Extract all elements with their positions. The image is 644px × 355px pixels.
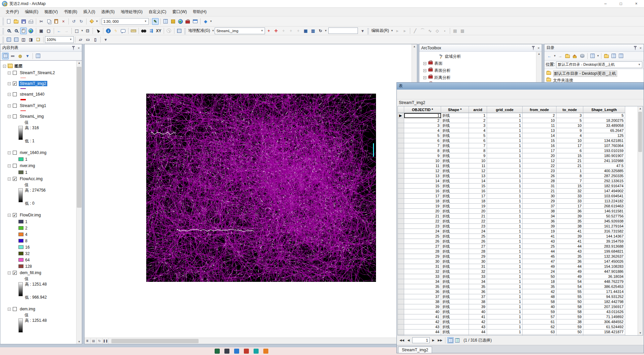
expander-icon[interactable]: − (8, 104, 11, 107)
grid-cell[interactable] (398, 234, 404, 239)
layer-checkbox[interactable] (13, 164, 17, 168)
cut-icon[interactable]: ✂ (38, 18, 45, 25)
grid-cell[interactable]: 47 (523, 259, 556, 264)
grid-cell[interactable]: 1 (487, 294, 523, 299)
grid-cell[interactable] (398, 158, 404, 163)
grid-cell[interactable]: 13 (523, 128, 556, 133)
grid-cell[interactable]: 1 (487, 118, 523, 123)
grid-cell[interactable]: 42 (404, 319, 441, 324)
find-icon[interactable] (141, 28, 147, 34)
grid-cell[interactable]: 103.694541 (583, 194, 625, 199)
grid-cell[interactable]: 1 (487, 314, 523, 319)
ia-grid2-icon[interactable] (13, 36, 19, 43)
grid-cell[interactable]: 17 (469, 194, 487, 199)
toolbox-item[interactable]: +表面分析 (421, 67, 542, 74)
taskbar-icon[interactable] (254, 349, 259, 354)
grid-cell[interactable]: 180.901907 (583, 153, 625, 158)
ia-layer-icon[interactable]: ❏ (35, 36, 42, 43)
layer-checkbox[interactable] (13, 71, 17, 75)
taskbar-icon[interactable] (244, 349, 249, 354)
copy-icon[interactable] (45, 18, 52, 25)
grid-cell[interactable]: 折线 (441, 168, 469, 173)
command-window-icon[interactable] (192, 18, 199, 25)
viewer-window-icon[interactable] (176, 28, 183, 34)
grid-cell[interactable]: 43 (556, 249, 583, 254)
layer-name[interactable]: FlowDir.img (19, 212, 42, 218)
grid-cell[interactable]: 18 (404, 199, 441, 204)
identify-icon[interactable] (105, 28, 112, 34)
auto-register-icon[interactable]: ✛ (273, 28, 279, 34)
vertex-icon[interactable]: ◇ (434, 28, 441, 34)
grid-cell[interactable]: 59 (523, 309, 556, 314)
grid-cell[interactable]: 1 (487, 204, 523, 209)
grid-cell[interactable]: 125 (583, 133, 625, 138)
grid-cell[interactable]: 1 (487, 163, 523, 168)
grid-cell[interactable]: 147.494902 (583, 189, 625, 194)
grid-cell[interactable]: 345.926938 (583, 219, 625, 224)
grid-cell[interactable]: 448.762279 (583, 279, 625, 284)
grid-cell[interactable]: 折线 (441, 163, 469, 168)
expander-icon[interactable]: − (8, 82, 11, 85)
column-header[interactable]: Shape_Length (583, 106, 625, 113)
grid-cell[interactable] (398, 279, 404, 284)
toc-scrollbar-thumb[interactable] (77, 67, 82, 208)
grid-cell[interactable]: 17 (523, 148, 556, 153)
grid-cell[interactable]: 4 (469, 128, 487, 133)
toolbox-item[interactable]: 盆域分析 (421, 53, 542, 60)
grid-cell[interactable]: 44 (556, 264, 583, 269)
grid-cell[interactable]: 23 (469, 224, 487, 229)
sketch-line-icon[interactable]: ╱ (412, 28, 419, 34)
grid-cell[interactable]: 58 (523, 299, 556, 304)
previous-record-button[interactable]: ◀ (406, 337, 412, 343)
grid-cell[interactable]: 33 (404, 274, 441, 279)
grid-cell[interactable]: 25 (469, 234, 487, 239)
grid-cell[interactable]: 50 (523, 274, 556, 279)
grid-cell[interactable]: 13 (469, 173, 487, 179)
new-icon[interactable] (5, 18, 12, 25)
close-icon[interactable]: × (78, 46, 80, 50)
grid-cell[interactable] (398, 269, 404, 274)
grid-cell[interactable]: 7 (404, 143, 441, 148)
grid-cell[interactable] (398, 133, 404, 138)
menu-3[interactable]: 视图(V) (41, 8, 61, 16)
grid-cell[interactable]: 44 (404, 329, 441, 335)
grid-cell[interactable]: 386.625453 (583, 284, 625, 289)
grid-cell[interactable]: 折线 (441, 259, 469, 264)
grid-cell[interactable] (398, 249, 404, 254)
grid-cell[interactable]: 16 (469, 189, 487, 194)
refresh-view-button[interactable]: ↻ (97, 338, 103, 344)
grid-cell[interactable]: 1 (487, 299, 523, 304)
full-extent-icon[interactable] (28, 28, 34, 34)
grid-cell[interactable]: 29 (523, 199, 556, 204)
grid-cell[interactable]: 24 (523, 269, 556, 274)
grid-cell[interactable]: 折线 (441, 173, 469, 179)
grid-cell[interactable]: 43 (523, 239, 556, 244)
grid-cell[interactable]: 折线 (441, 309, 469, 314)
grid-cell[interactable]: 26 (404, 239, 441, 244)
grid-cell[interactable]: 31 (469, 264, 487, 269)
delete-link-icon[interactable]: + (295, 28, 302, 34)
grid-cell[interactable]: 39 (404, 304, 441, 309)
ia-grid-icon[interactable] (5, 36, 12, 43)
paste-icon[interactable] (53, 18, 59, 25)
toc-list-icon[interactable] (162, 18, 169, 25)
grid-cell[interactable]: 折线 (441, 224, 469, 229)
grid-cell[interactable]: 38 (556, 224, 583, 229)
grid-cell[interactable]: 17 (556, 143, 583, 148)
layer-checkbox[interactable] (13, 92, 17, 96)
georef-text-input[interactable] (328, 28, 358, 34)
grid-cell[interactable]: 38 (404, 299, 441, 304)
grid-cell[interactable]: 折线 (441, 264, 469, 269)
grid-cell[interactable]: 41 (556, 229, 583, 234)
expander-icon[interactable]: − (8, 115, 11, 118)
expander-icon[interactable]: − (8, 271, 11, 274)
layer-checkbox[interactable] (13, 151, 17, 155)
grid-cell[interactable]: 29 (404, 254, 441, 259)
expander-icon[interactable]: − (8, 178, 11, 181)
grid-cell[interactable]: 59 (556, 324, 583, 329)
dropdown-arrow-icon[interactable]: ▼ (324, 29, 327, 32)
grid-cell[interactable]: 8 (556, 173, 583, 179)
grid-cell[interactable]: 61.524492 (583, 324, 625, 329)
grid-cell[interactable]: 61 (523, 319, 556, 324)
next-record-button[interactable]: ▶ (430, 337, 436, 343)
